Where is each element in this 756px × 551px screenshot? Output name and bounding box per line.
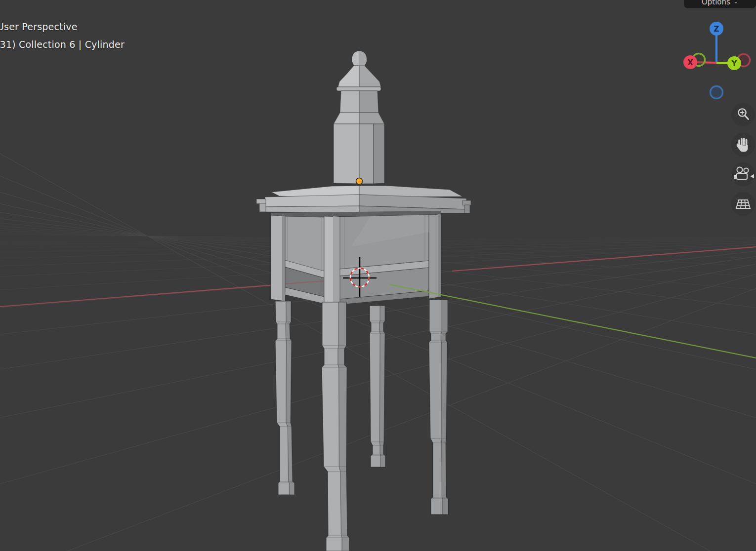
pan-button[interactable]: [731, 133, 755, 157]
zoom-button[interactable]: [731, 103, 755, 126]
svg-text:Y: Y: [731, 59, 738, 68]
camera-button[interactable]: [731, 162, 755, 186]
blender-3d-viewport[interactable]: Z X Y: [0, 0, 756, 551]
active-object-breadcrumb: (31) Collection 6 | Cylinder: [0, 39, 125, 50]
y-axis-stem: [716, 63, 728, 63]
view-mode-label: User Perspective: [0, 21, 78, 32]
gizmo-z-handle[interactable]: Z: [710, 22, 723, 36]
table-leg: [370, 306, 385, 467]
table-apron: [271, 214, 441, 305]
options-dropdown[interactable]: Options ⌄: [684, 0, 756, 8]
svg-text:Z: Z: [714, 25, 719, 34]
options-label: Options: [702, 0, 730, 6]
gizmo-neg-z-handle[interactable]: [711, 86, 723, 99]
ortho-button[interactable]: [731, 192, 755, 216]
gizmo-x-handle[interactable]: X: [683, 55, 697, 69]
object-origin-dot[interactable]: [356, 178, 363, 185]
chevron-down-icon: ⌄: [734, 0, 738, 5]
viewport-canvas[interactable]: Z X Y: [0, 0, 756, 551]
gizmo-y-handle[interactable]: Y: [727, 56, 741, 70]
svg-text:X: X: [687, 58, 693, 67]
